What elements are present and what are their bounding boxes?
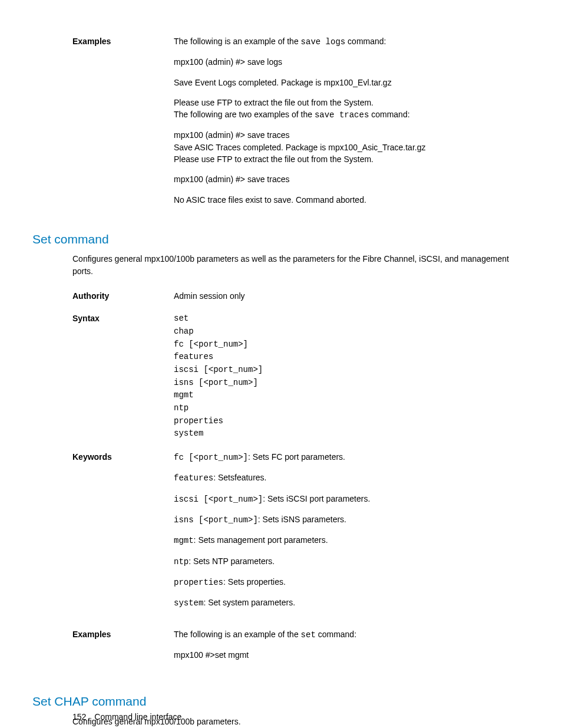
cli-line: mpx100 (admin) #> save logs <box>174 56 494 68</box>
cli-output: Save Event Logs completed. Package is mp… <box>174 77 494 88</box>
keywords-label: Keywords <box>32 451 174 617</box>
authority-value: Admin session only <box>174 290 530 302</box>
keyword-item: isns [<port_num>]: Sets iSNS parameters. <box>174 513 494 526</box>
keyword-code: features <box>174 473 213 483</box>
text: The following is an example of the <box>174 37 301 46</box>
examples-intro-traces: The following are two examples of the sa… <box>174 108 494 121</box>
keyword-item: iscsi [<port_num>]: Sets iSCSI port para… <box>174 493 494 505</box>
set-chap-title: Set CHAP command <box>32 693 530 710</box>
page-footer: 152Command line interface <box>72 711 181 723</box>
set-examples-content: The following is an example of the set c… <box>174 628 530 670</box>
keywords-row: Keywords fc [<port_num>]: Sets FC port p… <box>32 451 530 617</box>
set-examples-intro: The following is an example of the set c… <box>174 628 494 641</box>
keywords-list: fc [<port_num>]: Sets FC port parameters… <box>174 451 530 617</box>
keyword-item: ntp: Sets NTP parameters. <box>174 555 494 568</box>
keyword-code: iscsi [<port_num>] <box>174 495 263 504</box>
keyword-desc: : Setsfeatures. <box>213 473 266 482</box>
keyword-code: properties <box>174 578 223 587</box>
examples-intro-line: The following is an example of the save … <box>174 35 494 48</box>
keyword-code: mgmt <box>174 536 194 545</box>
syntax-row: Syntax set chap fc [<port_num>] features… <box>32 312 530 440</box>
examples-label: Examples <box>32 35 174 214</box>
keyword-item: mgmt: Sets management port parameters. <box>174 534 494 546</box>
page-number: 152 <box>72 712 86 722</box>
set-examples-label: Examples <box>32 628 174 670</box>
code-set: set <box>301 630 316 640</box>
keyword-item: features: Setsfeatures. <box>174 472 494 484</box>
examples-content: The following is an example of the save … <box>174 35 530 214</box>
keyword-item: system: Set system parameters. <box>174 597 494 609</box>
keyword-desc: : Sets management port parameters. <box>194 535 328 545</box>
cli-output: No ASIC trace files exist to save. Comma… <box>174 194 494 206</box>
cli-line: mpx100 (admin) #> save traces <box>174 173 494 185</box>
cli-line: mpx100 #>set mgmt <box>174 649 494 661</box>
keyword-item: fc [<port_num>]: Sets FC port parameters… <box>174 451 494 463</box>
code-save-traces: save traces <box>315 110 369 120</box>
footer-label: Command line interface <box>94 712 181 722</box>
cli-output: Please use FTP to extract the file out f… <box>174 97 494 108</box>
keyword-code: isns [<port_num>] <box>174 515 258 525</box>
text: command: <box>369 110 409 119</box>
keyword-desc: : Sets iSNS parameters. <box>258 515 346 524</box>
set-command-intro: Configures general mpx100/100b parameter… <box>72 253 530 277</box>
code-save-logs: save logs <box>301 37 346 47</box>
cli-output: Save ASIC Traces completed. Package is m… <box>174 141 494 153</box>
keyword-desc: : Sets FC port parameters. <box>248 452 345 462</box>
page-container: Examples The following is an example of … <box>0 0 562 728</box>
keyword-desc: : Sets properties. <box>223 577 286 587</box>
keyword-desc: : Sets iSCSI port parameters. <box>263 494 370 503</box>
text: The following are two examples of the <box>174 110 315 119</box>
cli-line: mpx100 (admin) #> save traces <box>174 129 494 141</box>
text: command: <box>345 37 386 46</box>
keyword-code: system <box>174 598 203 608</box>
examples-save-block: Examples The following is an example of … <box>32 35 530 214</box>
set-command-title: Set command <box>32 230 530 248</box>
keyword-item: properties: Sets properties. <box>174 576 494 588</box>
syntax-label: Syntax <box>32 312 174 440</box>
text: command: <box>316 630 356 639</box>
set-examples-row: Examples The following is an example of … <box>32 628 530 670</box>
cli-output: Please use FTP to extract the file out f… <box>174 153 494 165</box>
authority-label: Authority <box>32 290 174 302</box>
syntax-block: set chap fc [<port_num>] features iscsi … <box>174 312 494 440</box>
authority-row: Authority Admin session only <box>32 290 530 302</box>
keyword-desc: : Sets NTP parameters. <box>189 556 275 566</box>
keyword-code: ntp <box>174 557 189 566</box>
text: The following is an example of the <box>174 630 301 639</box>
keyword-desc: : Set system parameters. <box>203 598 295 607</box>
keyword-code: fc [<port_num>] <box>174 453 248 462</box>
